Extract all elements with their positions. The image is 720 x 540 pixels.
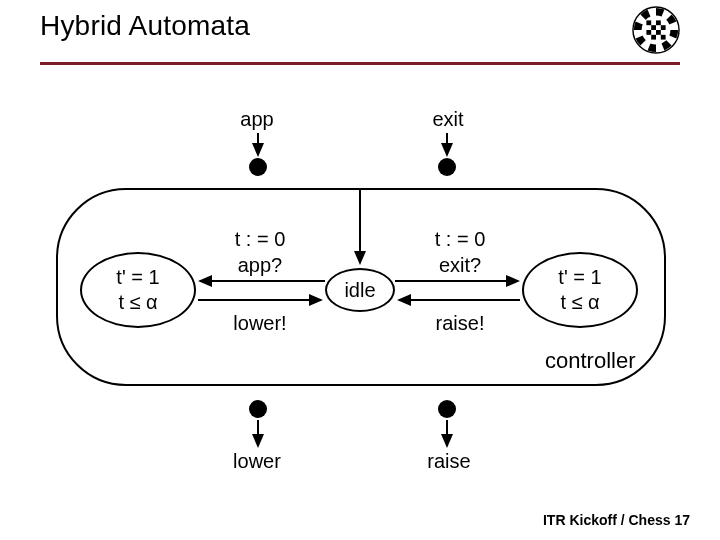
transition-guard-right: exit?: [420, 254, 500, 277]
state-right: t' = 1 t ≤ α: [522, 252, 638, 328]
svg-rect-7: [656, 30, 661, 35]
footer-page: 17: [674, 512, 690, 528]
output-label-lower: lower: [222, 450, 292, 473]
transition-reset-right: t : = 0: [420, 228, 500, 251]
footer-venue: ITR Kickoff / Chess: [543, 512, 671, 528]
state-right-line2: t ≤ α: [560, 291, 599, 314]
svg-rect-4: [651, 25, 656, 30]
svg-rect-8: [651, 35, 656, 40]
port-exit: [438, 158, 456, 176]
output-label-raise: raise: [414, 450, 484, 473]
header-rule: [40, 62, 680, 65]
footer: ITR Kickoff / Chess 17: [543, 512, 690, 528]
svg-rect-9: [661, 35, 666, 40]
chess-logo-icon: [632, 6, 680, 54]
state-right-line1: t' = 1: [558, 266, 601, 289]
svg-rect-3: [656, 20, 661, 25]
transition-guard-left: app?: [220, 254, 300, 277]
port-app: [249, 158, 267, 176]
page-title: Hybrid Automata: [40, 10, 680, 42]
svg-rect-5: [661, 25, 666, 30]
state-left: t' = 1 t ≤ α: [80, 252, 196, 328]
svg-rect-6: [646, 30, 651, 35]
state-idle: idle: [325, 268, 395, 312]
port-raise: [438, 400, 456, 418]
transition-reset-left: t : = 0: [220, 228, 300, 251]
svg-rect-2: [646, 20, 651, 25]
input-label-exit: exit: [418, 108, 478, 131]
transition-action-left: lower!: [220, 312, 300, 335]
state-left-line2: t ≤ α: [118, 291, 157, 314]
transition-action-right: raise!: [420, 312, 500, 335]
port-lower: [249, 400, 267, 418]
controller-label: controller: [545, 348, 635, 374]
state-left-line1: t' = 1: [116, 266, 159, 289]
state-idle-label: idle: [344, 279, 375, 302]
input-label-app: app: [227, 108, 287, 131]
